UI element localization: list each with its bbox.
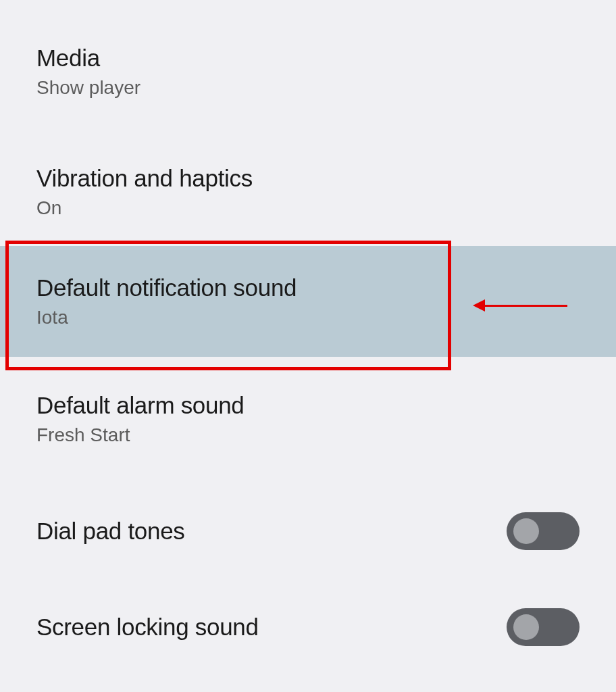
setting-text: Default alarm sound Fresh Start xyxy=(36,392,245,446)
setting-item-screen-locking-sound[interactable]: Screen locking sound xyxy=(0,570,616,666)
toggle-thumb xyxy=(513,518,539,544)
setting-item-default-notification-sound[interactable]: Default notification sound Iota xyxy=(0,246,616,357)
setting-subtitle: Fresh Start xyxy=(36,424,245,446)
setting-text: Media Show player xyxy=(36,45,140,99)
setting-text: Screen locking sound xyxy=(36,614,259,641)
setting-title: Vibration and haptics xyxy=(36,165,253,192)
setting-text: Default notification sound Iota xyxy=(36,274,297,328)
settings-list: Media Show player Vibration and haptics … xyxy=(0,0,616,666)
setting-title: Dial pad tones xyxy=(36,518,185,545)
setting-title: Default notification sound xyxy=(36,274,297,301)
setting-title: Media xyxy=(36,45,140,72)
setting-title: Screen locking sound xyxy=(36,614,259,641)
setting-title: Default alarm sound xyxy=(36,392,245,419)
setting-subtitle: Iota xyxy=(36,307,297,328)
setting-subtitle: On xyxy=(36,197,253,219)
setting-subtitle: Show player xyxy=(36,77,140,99)
toggle-thumb xyxy=(513,614,539,640)
screen-lock-toggle[interactable] xyxy=(507,608,580,646)
dial-pad-toggle[interactable] xyxy=(507,512,580,550)
setting-item-default-alarm-sound[interactable]: Default alarm sound Fresh Start xyxy=(0,357,616,474)
setting-item-dial-pad-tones[interactable]: Dial pad tones xyxy=(0,474,616,570)
setting-text: Vibration and haptics On xyxy=(36,165,253,219)
setting-item-vibration[interactable]: Vibration and haptics On xyxy=(0,131,616,246)
setting-item-media[interactable]: Media Show player xyxy=(0,20,616,131)
setting-text: Dial pad tones xyxy=(36,518,185,545)
